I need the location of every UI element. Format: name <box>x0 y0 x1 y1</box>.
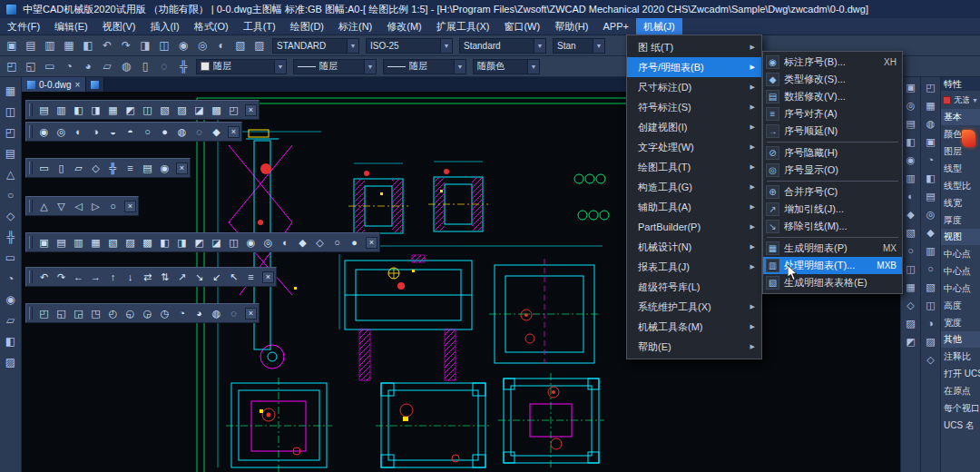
document-tab[interactable]: 0-0.dwg × <box>22 77 86 92</box>
mech-menu-item[interactable]: 机械工具条(M)▶ <box>627 317 761 337</box>
submenu-item[interactable]: ◉标注序号(B)...XH <box>763 54 902 71</box>
props-row[interactable]: UCS 名 <box>941 417 980 434</box>
tool-icon[interactable]: ▥ <box>903 171 919 186</box>
tool-icon[interactable]: ◍ <box>208 305 225 321</box>
plotstyle-combo[interactable]: 随颜色 ▼ <box>473 59 540 74</box>
tool-icon[interactable]: ◫ <box>2 103 20 120</box>
table-style-combo[interactable]: Standard ▼ <box>459 38 546 54</box>
tool-icon[interactable]: ▥ <box>923 243 939 259</box>
tool-icon[interactable]: ◉ <box>174 37 192 54</box>
tool-icon[interactable]: ● <box>346 234 363 251</box>
tool-icon[interactable]: ↖ <box>225 269 242 285</box>
props-row[interactable]: 每个视口 <box>941 399 980 417</box>
toolbar-grip-icon[interactable] <box>29 162 33 174</box>
tool-icon[interactable]: ▤ <box>139 160 156 176</box>
tool-icon[interactable]: ◨ <box>173 234 191 251</box>
props-row[interactable]: 宽度 <box>941 314 980 331</box>
tool-icon[interactable]: ◐ <box>903 189 919 204</box>
document-tab-stub[interactable] <box>86 77 104 92</box>
tool-icon[interactable]: ▧ <box>156 102 173 118</box>
chevron-down-icon[interactable]: ▼ <box>972 97 978 103</box>
toolbar-grip-icon[interactable] <box>29 125 33 138</box>
tool-icon[interactable]: ◉ <box>903 152 919 168</box>
tool-icon[interactable]: ▭ <box>41 58 59 75</box>
tool-icon[interactable]: ▦ <box>104 102 122 118</box>
chevron-down-icon[interactable]: ▼ <box>440 39 452 53</box>
toolbar-grip-icon[interactable] <box>29 270 33 283</box>
tool-icon[interactable]: ◎ <box>53 123 70 140</box>
tool-icon[interactable]: ◔ <box>2 270 20 287</box>
chevron-down-icon[interactable]: ▼ <box>454 60 466 74</box>
close-icon[interactable]: × <box>245 308 257 320</box>
tool-icon[interactable]: → <box>87 269 104 285</box>
tool-icon[interactable]: ▨ <box>122 234 139 251</box>
close-icon[interactable]: × <box>245 104 257 116</box>
tool-icon[interactable]: ◫ <box>903 261 919 277</box>
tool-icon[interactable]: ○ <box>2 186 20 203</box>
tool-icon[interactable]: ◍ <box>173 123 191 140</box>
tool-icon[interactable]: ◫ <box>139 102 156 118</box>
tool-icon[interactable]: ≡ <box>242 269 260 285</box>
chevron-down-icon[interactable]: ▼ <box>527 60 539 74</box>
mech-menu-item[interactable]: 系统维护工具(X)▶ <box>627 297 761 317</box>
tool-icon[interactable]: ◩ <box>191 234 208 251</box>
tool-icon[interactable]: ▦ <box>2 82 20 99</box>
mech-menu-item[interactable]: 序号/明细表(B)▶ <box>627 57 761 77</box>
tool-icon[interactable]: ◆ <box>208 123 225 140</box>
menu-item-窗口(W)[interactable]: 窗口(W) <box>496 18 547 34</box>
tool-icon[interactable]: ◰ <box>225 102 242 118</box>
tool-icon[interactable]: ◰ <box>3 58 21 75</box>
submenu-item[interactable]: →序号顺延(N) <box>763 123 902 140</box>
tool-icon[interactable]: ▤ <box>2 144 20 162</box>
tool-icon[interactable]: ≡ <box>122 160 139 176</box>
props-row[interactable]: 线型 <box>941 160 980 177</box>
tool-icon[interactable]: ◧ <box>70 102 87 118</box>
tool-icon[interactable]: ◎ <box>903 98 919 113</box>
tool-icon[interactable]: ◨ <box>87 102 104 118</box>
tool-icon[interactable]: ◳ <box>87 305 104 321</box>
props-row[interactable]: 厚度 <box>941 211 980 229</box>
chevron-down-icon[interactable]: ▼ <box>274 60 286 74</box>
tool-icon[interactable]: ◐ <box>277 234 294 251</box>
tool-icon[interactable]: ◆ <box>923 225 939 241</box>
tool-icon[interactable]: ◌ <box>155 58 173 75</box>
menu-item-修改(M)[interactable]: 修改(M) <box>379 18 429 34</box>
tool-icon[interactable]: ╬ <box>2 228 20 245</box>
menu-item-绘图(D)[interactable]: 绘图(D) <box>283 18 331 34</box>
tool-icon[interactable]: △ <box>2 165 20 182</box>
tool-icon[interactable]: ↶ <box>35 269 53 285</box>
text-style-combo[interactable]: STANDARD ▼ <box>272 38 359 54</box>
tool-icon[interactable]: ◌ <box>225 305 242 321</box>
toolbar-grip-icon[interactable] <box>29 307 33 320</box>
tool-icon[interactable]: ▱ <box>2 311 20 329</box>
props-row[interactable]: 中心点 <box>941 280 980 297</box>
mech-menu-item[interactable]: 辅助工具(A)▶ <box>627 197 761 217</box>
tool-icon[interactable]: ▦ <box>87 234 104 251</box>
tool-icon[interactable]: ◑ <box>923 316 939 331</box>
tool-icon[interactable]: ◩ <box>122 102 139 118</box>
mech-menu-item[interactable]: 文字处理(W)▶ <box>627 137 761 157</box>
tool-icon[interactable]: ▱ <box>98 58 116 75</box>
mech-menu-item[interactable]: 绘图工具(T)▶ <box>627 157 761 177</box>
tool-icon[interactable]: ◐ <box>212 37 230 54</box>
menu-item-标注(N)[interactable]: 标注(N) <box>331 18 379 34</box>
tool-icon[interactable]: ↓ <box>122 269 139 285</box>
tool-icon[interactable]: ╬ <box>174 58 192 75</box>
tool-icon[interactable]: ▦ <box>903 280 919 295</box>
mech-menu-item[interactable]: 图 纸(T)▶ <box>627 37 761 57</box>
tool-icon[interactable]: ▦ <box>60 37 78 54</box>
chevron-down-icon[interactable]: ▼ <box>347 39 358 53</box>
tool-icon[interactable]: ▤ <box>923 189 939 204</box>
tool-icon[interactable]: ◪ <box>191 102 208 118</box>
tool-icon[interactable]: ◉ <box>2 290 20 308</box>
close-icon[interactable]: × <box>176 162 188 174</box>
tool-icon[interactable]: ◉ <box>242 234 260 251</box>
props-section-header[interactable]: 基本 <box>941 109 980 125</box>
tool-icon[interactable]: ○ <box>104 198 122 214</box>
tool-icon[interactable]: ▭ <box>2 249 20 266</box>
tool-icon[interactable]: ⇅ <box>156 269 173 285</box>
tool-icon[interactable]: ◉ <box>156 160 173 176</box>
selection-combo[interactable]: 无选择 ▼ <box>941 91 980 109</box>
mech-menu-item[interactable]: 帮助(E)▶ <box>627 337 761 357</box>
tool-icon[interactable]: ◍ <box>117 58 135 75</box>
